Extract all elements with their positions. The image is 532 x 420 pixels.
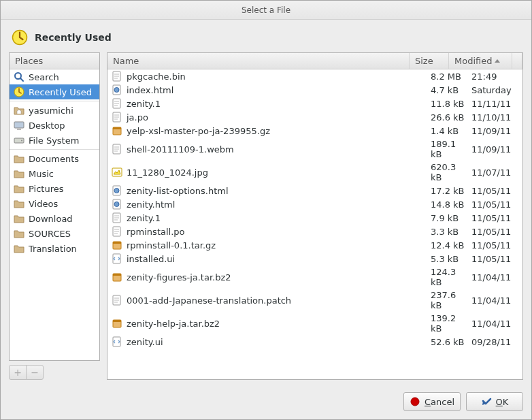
- ok-button[interactable]: OK: [466, 392, 523, 411]
- file-modified: 11/04/11: [471, 295, 522, 306]
- place-item[interactable]: Recently Used: [10, 84, 99, 99]
- place-item[interactable]: Translation: [10, 241, 99, 256]
- file-row[interactable]: ja.po 26.6 kB 11/10/11: [107, 110, 522, 124]
- place-label: SOURCES: [29, 229, 71, 239]
- file-name: ja.po: [127, 112, 148, 123]
- file-size: 12.4 kB: [431, 240, 471, 251]
- place-label: yasumichi: [29, 106, 73, 116]
- file-size: 52.6 kB: [431, 337, 471, 347]
- file-modified: 21:49: [471, 71, 522, 82]
- column-size[interactable]: Size: [410, 53, 449, 69]
- file-size: 4.7 kB: [431, 85, 471, 95]
- file-name: index.html: [127, 85, 173, 95]
- file-row[interactable]: pkgcache.bin 8.2 MB 21:49: [107, 69, 522, 83]
- home-icon: [14, 105, 24, 116]
- file-type-icon: [112, 167, 122, 178]
- file-modified: 11/05/11: [471, 213, 522, 223]
- file-size: 124.3 kB: [431, 267, 471, 287]
- file-type-icon: [112, 185, 122, 196]
- file-size: 139.2 kB: [431, 313, 471, 334]
- dialog-buttons: Cancel OK: [1, 385, 531, 419]
- cancel-button[interactable]: Cancel: [403, 392, 461, 411]
- file-size: 17.2 kB: [431, 186, 471, 196]
- location-label: Recently Used: [35, 32, 112, 43]
- places-panel: Places SearchRecently UsedyasumichiDeskt…: [9, 52, 100, 361]
- bookmark-buttons: + −: [9, 365, 100, 380]
- place-item[interactable]: Music: [10, 166, 99, 181]
- column-modified[interactable]: Modified: [449, 53, 512, 69]
- file-size: 189.1 kB: [431, 139, 471, 159]
- file-type-icon: [112, 144, 122, 155]
- recent-icon: [12, 29, 28, 46]
- file-row[interactable]: zenity-list-options.html 17.2 kB 11/05/1…: [107, 184, 522, 197]
- file-row[interactable]: rpminstall-0.1.tar.gz 12.4 kB 11/05/11: [107, 238, 522, 252]
- file-name: pkgcache.bin: [127, 71, 186, 82]
- file-name: zenity-help-ja.tar.bz2: [127, 319, 220, 329]
- place-item[interactable]: Download: [10, 211, 99, 226]
- place-item[interactable]: Desktop: [10, 118, 99, 133]
- file-row[interactable]: 11_1280_1024.jpg 620.3 kB 11/07/11: [107, 161, 522, 184]
- file-name: zenity.html: [127, 199, 175, 210]
- add-bookmark-button[interactable]: +: [9, 365, 27, 380]
- file-size: 26.6 kB: [431, 112, 471, 123]
- search-icon: [14, 71, 24, 82]
- file-name: zenity.1: [127, 213, 161, 223]
- window-title: Select a File: [242, 5, 290, 15]
- place-label: File System: [29, 135, 79, 146]
- file-type-icon: [112, 112, 122, 123]
- place-item[interactable]: File System: [10, 133, 99, 148]
- file-row[interactable]: zenity-help-ja.tar.bz2 139.2 kB 11/04/11: [107, 312, 522, 335]
- column-name[interactable]: Name: [107, 53, 410, 69]
- place-label: Documents: [29, 154, 79, 164]
- file-modified: 11/11/11: [471, 99, 522, 109]
- file-name: installed.ui: [127, 254, 175, 264]
- remove-bookmark-button[interactable]: −: [26, 365, 44, 380]
- file-type-icon: [112, 272, 122, 282]
- window-titlebar[interactable]: Select a File: [1, 1, 531, 20]
- file-modified: 11/05/11: [471, 227, 522, 237]
- file-modified: 11/05/11: [471, 240, 522, 251]
- place-item[interactable]: Search: [10, 69, 99, 84]
- file-row[interactable]: zenity.html 14.8 kB 11/05/11: [107, 197, 522, 211]
- file-list[interactable]: pkgcache.bin 8.2 MB 21:49 index.html 4.7…: [107, 69, 522, 379]
- file-size: 5.3 kB: [431, 254, 471, 264]
- place-item[interactable]: yasumichi: [10, 103, 99, 118]
- file-row[interactable]: 0001-add-Japanese-translation.patch 237.…: [107, 289, 522, 312]
- file-type-icon: [112, 226, 122, 237]
- file-name: shell-20111109-1.webm: [127, 144, 234, 155]
- file-row[interactable]: zenity.1 7.9 kB 11/05/11: [107, 211, 522, 225]
- file-row[interactable]: zenity-figures-ja.tar.bz2 124.3 kB 11/04…: [107, 265, 522, 289]
- file-row[interactable]: zenity.1 11.8 kB 11/11/11: [107, 97, 522, 110]
- file-type-icon: [112, 84, 122, 95]
- file-row[interactable]: yelp-xsl-master-po-ja-239955.gz 1.4 kB 1…: [107, 124, 522, 138]
- location-header: Recently Used: [1, 20, 531, 52]
- place-item[interactable]: Videos: [10, 196, 99, 211]
- place-item[interactable]: Pictures: [10, 181, 99, 196]
- ok-icon: [481, 396, 492, 407]
- place-label: Translation: [29, 244, 77, 254]
- folder-icon: [14, 168, 24, 179]
- place-item[interactable]: Documents: [10, 151, 99, 166]
- main-area: Places SearchRecently UsedyasumichiDeskt…: [1, 52, 531, 385]
- file-row[interactable]: rpminstall.po 3.3 kB 11/05/11: [107, 225, 522, 238]
- file-row[interactable]: shell-20111109-1.webm 189.1 kB 11/09/11: [107, 138, 522, 161]
- column-scroll-gap: [512, 53, 522, 69]
- place-item[interactable]: SOURCES: [10, 226, 99, 241]
- folder-icon: [14, 183, 24, 194]
- file-row[interactable]: index.html 4.7 kB Saturday: [107, 83, 522, 97]
- file-size: 1.4 kB: [431, 126, 471, 136]
- file-type-icon: [112, 318, 122, 329]
- file-name: zenity-figures-ja.tar.bz2: [127, 272, 231, 282]
- place-label: Music: [29, 169, 54, 179]
- file-size: 237.6 kB: [431, 290, 471, 310]
- folder-icon: [14, 243, 24, 254]
- file-modified: 11/05/11: [471, 186, 522, 196]
- file-chooser-window: Select a File Recently Used Places Searc…: [0, 0, 532, 420]
- desktop-icon: [14, 120, 24, 131]
- file-size: 11.8 kB: [431, 99, 471, 109]
- file-row[interactable]: installed.ui 5.3 kB 11/05/11: [107, 252, 522, 265]
- file-row[interactable]: zenity.ui 52.6 kB 09/28/11: [107, 335, 522, 349]
- file-size: 3.3 kB: [431, 227, 471, 237]
- places-list[interactable]: SearchRecently UsedyasumichiDesktopFile …: [10, 69, 99, 360]
- file-size: 7.9 kB: [431, 213, 471, 223]
